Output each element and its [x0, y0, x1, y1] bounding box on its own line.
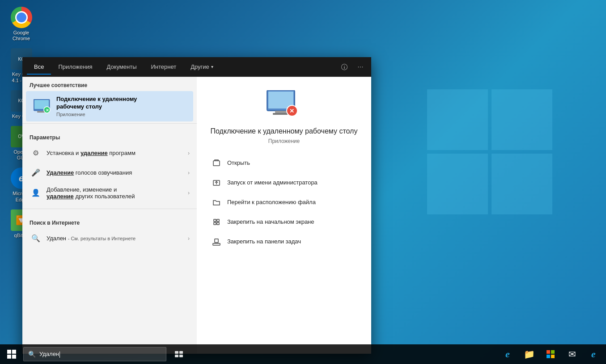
settings-item-0-text: Установка и удаление программ [47, 150, 188, 156]
best-match-subtitle: Приложение [56, 112, 186, 117]
best-match-title: Подключение к удаленномурабочему столу [56, 96, 186, 111]
start-menu: Все Приложения Документы Интернет Другие… [22, 57, 371, 354]
action-open[interactable]: Открыть [206, 153, 362, 173]
taskbar: 🔍 Удален e 📁 [0, 344, 606, 364]
svg-rect-21 [215, 239, 218, 243]
tabs-action-icons: ··· [338, 61, 367, 73]
taskbar-search-box[interactable]: 🔍 Удален [23, 347, 166, 361]
desktop-icon-chrome[interactable]: Google Chrome [4, 4, 38, 44]
pin-start-icon [211, 217, 222, 227]
svg-rect-22 [7, 350, 11, 354]
svg-rect-26 [175, 351, 178, 354]
svg-rect-18 [214, 222, 216, 225]
chrome-icon-label: Google Chrome [7, 30, 36, 42]
action-file-location[interactable]: Перейти к расположению файла [206, 192, 362, 212]
search-icon: 🔍 [30, 232, 42, 245]
svg-rect-24 [7, 355, 11, 359]
action-file-location-label: Перейти к расположению файла [227, 199, 316, 205]
arrow-icon-0: › [188, 150, 190, 156]
svg-rect-13 [213, 161, 220, 166]
svg-rect-23 [12, 350, 16, 354]
app-type: Приложение [268, 138, 300, 144]
feedback-icon[interactable] [338, 61, 351, 73]
svg-rect-33 [551, 355, 555, 358]
action-pin-taskbar-label: Закрепить на панели задач [227, 238, 301, 245]
internet-search-item[interactable]: 🔍 Удален - См. результаты в Интернете › [22, 229, 197, 248]
desktop: Google Chrome KC Key Coll4.1 - Tes KC Ke… [0, 0, 606, 364]
svg-rect-1 [344, 67, 345, 69]
svg-rect-17 [217, 219, 219, 222]
tab-all[interactable]: Все [27, 59, 51, 75]
svg-rect-10 [273, 113, 289, 115]
settings-item-1-text: Удаление голосов озвучивания [47, 169, 188, 176]
action-admin[interactable]: Запуск от имени администратора [206, 173, 362, 192]
svg-rect-16 [214, 219, 216, 222]
folder-icon [211, 197, 222, 208]
best-match-header: Лучшее соответствие [22, 77, 197, 91]
tab-docs[interactable]: Документы [99, 59, 144, 75]
svg-rect-28 [175, 355, 178, 357]
separator-1 [22, 123, 197, 124]
internet-arrow-icon: › [188, 235, 190, 242]
svg-rect-31 [551, 350, 555, 354]
arrow-icon-1: › [188, 170, 190, 176]
taskbar-ie[interactable]: e [583, 344, 604, 364]
gear-icon: ⚙ [30, 147, 42, 159]
best-match-item[interactable]: ✕ Подключение к удаленномурабочему столу… [26, 91, 193, 121]
svg-rect-20 [213, 243, 220, 245]
taskbar-explorer[interactable]: 📁 [518, 344, 540, 364]
settings-header: Параметры [22, 129, 197, 143]
internet-item-text: Удален - См. результаты в Интернете [47, 235, 188, 242]
more-options-icon[interactable]: ··· [354, 61, 367, 73]
settings-item-1[interactable]: 🎤 Удаление голосов озвучивания › [22, 163, 197, 183]
start-button[interactable] [2, 344, 21, 364]
action-pin-start[interactable]: Закрепить на начальном экране [206, 212, 362, 232]
best-match-text: Подключение к удаленномурабочему столу П… [56, 96, 186, 117]
search-content: Лучшее соответствие ✕ [22, 77, 371, 354]
person-add-icon: 👤 [30, 187, 42, 199]
left-panel: Лучшее соответствие ✕ [22, 77, 197, 354]
mic-icon: 🎤 [30, 167, 42, 179]
settings-item-2-text: Добавление, изменение иудаление других п… [47, 186, 188, 200]
svg-rect-32 [547, 355, 550, 358]
search-tabs: Все Приложения Документы Интернет Другие… [22, 57, 371, 77]
tab-other[interactable]: Другие ▾ [183, 59, 220, 75]
action-list: Открыть Запуск от имени администратора [206, 153, 362, 251]
svg-rect-9 [275, 111, 287, 113]
settings-item-2[interactable]: 👤 Добавление, изменение иудаление других… [22, 183, 197, 203]
action-pin-start-label: Закрепить на начальном экране [227, 218, 314, 225]
taskbar-mail[interactable]: ✉ [561, 344, 583, 364]
windows-logo-watermark [427, 89, 552, 214]
svg-rect-29 [179, 355, 183, 357]
pin-taskbar-icon [211, 236, 222, 247]
action-admin-label: Запуск от имени администратора [227, 179, 318, 186]
app-title: Подключение к удаленному рабочему столу [211, 127, 358, 136]
action-open-label: Открыть [227, 159, 250, 166]
settings-item-0[interactable]: ⚙ Установка и удаление программ › [22, 143, 197, 163]
taskbar-search-text: Удален [39, 351, 60, 358]
tab-web[interactable]: Интернет [144, 59, 183, 75]
svg-rect-19 [217, 222, 219, 225]
svg-rect-30 [547, 350, 550, 354]
taskbar-task-view[interactable] [168, 344, 190, 364]
svg-point-0 [344, 65, 345, 66]
arrow-icon-2: › [188, 190, 190, 196]
svg-text:✕: ✕ [289, 108, 294, 114]
internet-section: Поиск в Интернете 🔍 Удален - См. результ… [22, 211, 197, 250]
svg-rect-25 [12, 355, 16, 359]
svg-text:✕: ✕ [46, 108, 49, 113]
taskbar-edge[interactable]: e [497, 344, 518, 364]
admin-icon [211, 177, 222, 188]
action-pin-taskbar[interactable]: Закрепить на панели задач [206, 232, 362, 251]
rdp-icon-small: ✕ [33, 97, 51, 115]
taskbar-search-icon: 🔍 [28, 351, 36, 358]
app-icon-large: ✕ [266, 90, 302, 121]
separator-2 [22, 209, 197, 209]
settings-section: Параметры ⚙ Установка и удаление програм… [22, 126, 197, 207]
tab-apps[interactable]: Приложения [51, 59, 99, 75]
taskbar-store[interactable] [540, 344, 561, 364]
svg-rect-27 [179, 351, 183, 354]
right-panel: ✕ Подключение к удаленному рабочему стол… [197, 77, 371, 354]
chrome-icon [11, 7, 32, 28]
internet-header: Поиск в Интернете [22, 214, 197, 229]
